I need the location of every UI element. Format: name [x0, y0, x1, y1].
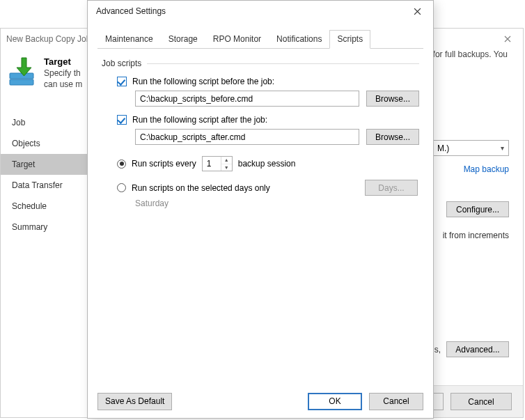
tab-bar: Maintenance Storage RPO Monitor Notifica…	[97, 30, 423, 49]
radio-selected-days[interactable]	[117, 183, 126, 192]
sidebar-item-data-transfer[interactable]: Data Transfer	[1, 175, 96, 196]
tab-rpo-monitor[interactable]: RPO Monitor	[205, 30, 269, 49]
spinner-arrows: ▲ ▼	[221, 157, 232, 171]
outer-header-text: Target Specify th can use m	[44, 56, 82, 89]
outer-cancel-button[interactable]: Cancel	[450, 393, 512, 410]
wizard-nav: Job Objects Target Data Transfer Schedul…	[1, 112, 96, 238]
row-script-after: Run the following script after the job:	[117, 115, 419, 125]
fieldset-job-scripts: Job scripts	[102, 59, 419, 68]
increments-text: it from increments	[443, 231, 509, 240]
tab-storage[interactable]: Storage	[161, 30, 205, 49]
advanced-button[interactable]: Advanced...	[446, 341, 509, 357]
configure-button[interactable]: Configure...	[446, 201, 509, 217]
sidebar-item-job[interactable]: Job	[1, 112, 96, 133]
checkbox-before[interactable]	[117, 77, 127, 86]
browse-after-button[interactable]: Browse...	[366, 129, 419, 145]
input-script-after-value: C:\backup_scripts_after.cmd	[140, 132, 245, 142]
sidebar-item-schedule[interactable]: Schedule	[1, 196, 96, 217]
ok-button[interactable]: OK	[308, 393, 362, 410]
repository-select[interactable]: M.) ▾	[432, 140, 509, 156]
spinner-sessions-value: 1	[203, 157, 221, 171]
tab-notifications[interactable]: Notifications	[269, 30, 329, 49]
days-button[interactable]: Days...	[365, 180, 418, 196]
label-script-before: Run the following script before the job:	[132, 77, 274, 86]
sidebar-item-target[interactable]: Target	[1, 154, 96, 175]
sidebar-item-objects[interactable]: Objects	[1, 133, 96, 154]
page-subtitle-b: can use m	[44, 79, 82, 89]
label-run-every-suffix: backup session	[238, 159, 296, 169]
chevron-up-icon[interactable]: ▲	[221, 157, 232, 164]
radio-run-every[interactable]	[117, 160, 126, 169]
page-subtitle-right: for full backups. You	[433, 49, 508, 59]
row-script-after-path: C:\backup_scripts_after.cmd Browse...	[135, 129, 419, 145]
row-selected-days: Run scripts on the selected days only Da…	[117, 180, 419, 196]
save-as-default-button[interactable]: Save As Default	[97, 393, 172, 410]
dialog-title: Advanced Settings	[96, 6, 405, 16]
checkbox-after[interactable]	[117, 115, 127, 125]
cancel-button[interactable]: Cancel	[369, 393, 423, 410]
sidebar-item-summary[interactable]: Summary	[1, 217, 96, 238]
tab-scripts[interactable]: Scripts	[329, 30, 370, 49]
row-run-every: Run scripts every 1 ▲ ▼ backup session	[117, 156, 419, 171]
repository-select-value: M.)	[437, 143, 449, 153]
chevron-down-icon[interactable]: ▼	[221, 164, 232, 171]
input-script-before-value: C:\backup_scripts_before.cmd	[140, 94, 253, 104]
fieldset-label-text: Job scripts	[102, 59, 141, 68]
fieldset-rule	[147, 63, 419, 64]
scripts-pane: Job scripts Run the following script bef…	[97, 49, 423, 211]
target-arrow-icon	[8, 56, 37, 86]
page-title: Target	[44, 56, 82, 67]
label-selected-days: Run scripts on the selected days only	[132, 183, 270, 193]
browse-before-button[interactable]: Browse...	[366, 91, 419, 107]
page-subtitle-a: Specify th	[44, 68, 82, 78]
label-run-every-prefix: Run scripts every	[132, 159, 196, 169]
dialog-body: Maintenance Storage RPO Monitor Notifica…	[88, 22, 433, 389]
row-script-before: Run the following script before the job:	[117, 77, 419, 86]
dialog-titlebar: Advanced Settings	[88, 1, 433, 22]
close-icon[interactable]	[498, 32, 517, 46]
label-script-after: Run the following script after the job:	[132, 115, 267, 125]
tab-maintenance[interactable]: Maintenance	[97, 30, 161, 49]
svg-rect-0	[10, 73, 33, 79]
dialog-footer: Save As Default OK Cancel	[88, 389, 433, 418]
spinner-sessions[interactable]: 1 ▲ ▼	[202, 156, 233, 171]
row-script-before-path: C:\backup_scripts_before.cmd Browse...	[135, 91, 419, 107]
input-script-before[interactable]: C:\backup_scripts_before.cmd	[135, 91, 359, 107]
selected-days-note: Saturday	[135, 199, 419, 208]
input-script-after[interactable]: C:\backup_scripts_after.cmd	[135, 129, 359, 145]
outer-left-column: Target Specify th can use m Job Objects …	[1, 49, 96, 417]
dialog-close-button[interactable]	[405, 3, 429, 19]
map-backup-link[interactable]: Map backup	[464, 164, 509, 174]
chevron-down-icon: ▾	[501, 144, 504, 152]
svg-rect-1	[10, 79, 33, 85]
advanced-settings-dialog: Advanced Settings Maintenance Storage RP…	[87, 0, 434, 419]
